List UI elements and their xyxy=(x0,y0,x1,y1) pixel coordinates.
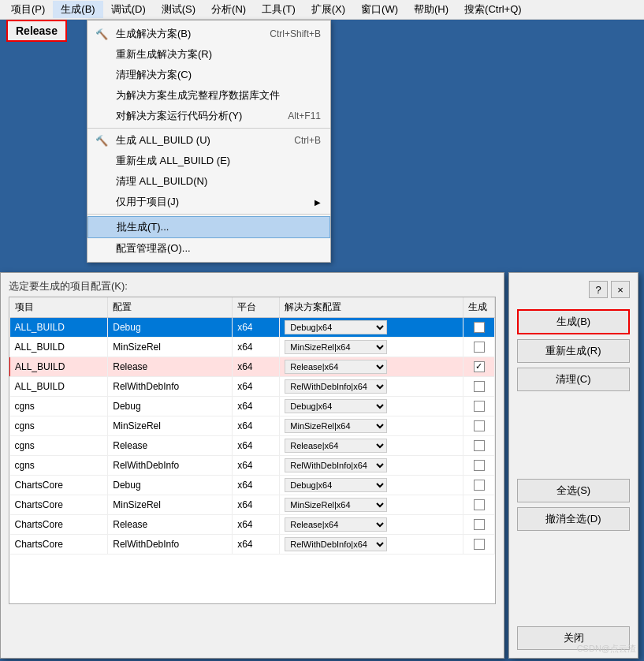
cell-solution-config[interactable]: MinSizeRel|x64 xyxy=(280,338,463,357)
batch-table-container[interactable]: 项目 配置 平台 解决方案配置 生成 ALL_BUILDDebugx64Debu… xyxy=(9,297,496,604)
menu-extensions[interactable]: 扩展(X) xyxy=(303,1,353,18)
cell-solution-config[interactable]: Debug|x64 xyxy=(280,397,463,416)
build-checkbox[interactable] xyxy=(474,519,485,530)
cell-build[interactable] xyxy=(463,357,495,377)
cell-build[interactable] xyxy=(463,495,495,515)
cell-solution-config[interactable]: Debug|x64 xyxy=(280,476,463,495)
cell-solution-config[interactable]: RelWithDebInfo|x64 xyxy=(280,456,463,476)
build-checkbox[interactable] xyxy=(474,322,485,333)
solution-config-select[interactable]: Release|x64 xyxy=(285,517,387,532)
cell-config: Release xyxy=(108,515,233,535)
cell-solution-config[interactable]: Debug|x64 xyxy=(280,318,463,338)
cell-solution-config[interactable]: RelWithDebInfo|x64 xyxy=(280,377,463,397)
solution-config-select[interactable]: MinSizeRel|x64 xyxy=(285,419,387,433)
build-button[interactable]: 生成(B) xyxy=(517,309,630,334)
menu-build-all[interactable]: 🔨 生成 ALL_BUILD (U) Ctrl+B xyxy=(87,130,330,151)
table-row[interactable]: ChartsCoreRelWithDebInfox64RelWithDebInf… xyxy=(10,535,495,555)
table-row[interactable]: cgnsRelWithDebInfox64RelWithDebInfo|x64 xyxy=(10,456,495,476)
close-icon-button[interactable]: × xyxy=(611,281,630,298)
cell-platform: x64 xyxy=(233,515,280,535)
cell-build[interactable] xyxy=(463,535,495,555)
cell-build[interactable] xyxy=(463,377,495,397)
cell-solution-config[interactable]: MinSizeRel|x64 xyxy=(280,416,463,436)
build-checkbox[interactable] xyxy=(474,480,485,491)
cell-solution-config[interactable]: Release|x64 xyxy=(280,515,463,535)
build-checkbox[interactable] xyxy=(474,420,485,431)
deselect-all-button[interactable]: 撤消全选(D) xyxy=(517,507,630,531)
table-row[interactable]: ChartsCoreMinSizeRelx64MinSizeRel|x64 xyxy=(10,495,495,515)
cell-config: Release xyxy=(108,436,233,456)
menu-analyze[interactable]: 分析(N) xyxy=(203,1,254,18)
menu-rebuild-solution[interactable]: 重新生成解决方案(R) xyxy=(87,44,330,65)
menu-code-analysis[interactable]: 对解决方案运行代码分析(Y) Alt+F11 xyxy=(87,106,330,126)
build-checkbox[interactable] xyxy=(474,342,485,353)
build-checkbox[interactable] xyxy=(474,361,485,372)
cell-build[interactable] xyxy=(463,476,495,495)
build-checkbox[interactable] xyxy=(474,440,485,451)
solution-config-select[interactable]: RelWithDebInfo|x64 xyxy=(285,458,387,472)
cell-build[interactable] xyxy=(463,416,495,436)
cell-project: ChartsCore xyxy=(10,495,108,515)
cell-build[interactable] xyxy=(463,456,495,476)
table-row[interactable]: ALL_BUILDMinSizeRelx64MinSizeRel|x64 xyxy=(10,338,495,357)
menu-debug[interactable]: 调试(D) xyxy=(103,1,154,18)
table-row[interactable]: ALL_BUILDReleasex64Release|x64 xyxy=(10,357,495,377)
table-row[interactable]: cgnsReleasex64Release|x64 xyxy=(10,436,495,456)
rebuild-button[interactable]: 重新生成(R) xyxy=(517,339,630,363)
menu-build-solution[interactable]: 🔨 生成解决方案(B) Ctrl+Shift+B xyxy=(87,24,330,44)
cell-config: Debug xyxy=(108,397,233,416)
menu-config-manager[interactable]: 配置管理器(O)... xyxy=(87,238,330,259)
cell-platform: x64 xyxy=(233,436,280,456)
cell-config: MinSizeRel xyxy=(108,495,233,515)
menu-tools[interactable]: 工具(T) xyxy=(254,1,303,18)
build-checkbox[interactable] xyxy=(474,401,485,412)
solution-config-select[interactable]: MinSizeRel|x64 xyxy=(285,498,387,512)
separator-2 xyxy=(87,214,330,215)
table-row[interactable]: cgnsMinSizeRelx64MinSizeRel|x64 xyxy=(10,416,495,436)
table-row[interactable]: ALL_BUILDRelWithDebInfox64RelWithDebInfo… xyxy=(10,377,495,397)
solution-config-select[interactable]: RelWithDebInfo|x64 xyxy=(285,537,387,551)
table-row[interactable]: ChartsCoreReleasex64Release|x64 xyxy=(10,515,495,535)
solution-config-select[interactable]: Debug|x64 xyxy=(285,320,387,334)
solution-config-select[interactable]: Release|x64 xyxy=(285,360,387,374)
menu-project[interactable]: 项目(P) xyxy=(3,1,53,18)
menu-build[interactable]: 生成(B) xyxy=(53,1,102,18)
cell-project: ALL_BUILD xyxy=(10,338,108,357)
select-all-button[interactable]: 全选(S) xyxy=(517,479,630,502)
solution-config-select[interactable]: MinSizeRel|x64 xyxy=(285,340,387,354)
solution-config-select[interactable]: Debug|x64 xyxy=(285,478,387,492)
menu-only-project[interactable]: 仅用于项目(J) ▶ xyxy=(87,192,330,212)
menu-test[interactable]: 测试(S) xyxy=(154,1,203,18)
table-row[interactable]: ChartsCoreDebugx64Debug|x64 xyxy=(10,476,495,495)
menu-window[interactable]: 窗口(W) xyxy=(353,1,406,18)
cell-solution-config[interactable]: Release|x64 xyxy=(280,436,463,456)
menu-clean-all[interactable]: 清理 ALL_BUILD(N) xyxy=(87,171,330,192)
menu-rebuild-all[interactable]: 重新生成 ALL_BUILD (E) xyxy=(87,151,330,171)
build-checkbox[interactable] xyxy=(474,539,485,550)
cell-build[interactable] xyxy=(463,318,495,338)
cell-build[interactable] xyxy=(463,515,495,535)
solution-config-select[interactable]: Debug|x64 xyxy=(285,399,387,413)
menu-search[interactable]: 搜索(Ctrl+Q) xyxy=(456,1,530,18)
cell-solution-config[interactable]: RelWithDebInfo|x64 xyxy=(280,535,463,555)
menu-clean-solution[interactable]: 清理解决方案(C) xyxy=(87,65,330,85)
table-row[interactable]: cgnsDebugx64Debug|x64 xyxy=(10,397,495,416)
cell-build[interactable] xyxy=(463,338,495,357)
menu-batch-build[interactable]: 批生成(T)... xyxy=(87,216,330,238)
menu-generate-db[interactable]: 为解决方案生成完整程序数据库文件 xyxy=(87,85,330,106)
solution-config-select[interactable]: RelWithDebInfo|x64 xyxy=(285,379,387,394)
build-checkbox[interactable] xyxy=(474,499,485,510)
cell-build[interactable] xyxy=(463,436,495,456)
build-checkbox[interactable] xyxy=(474,460,485,471)
table-row[interactable]: ALL_BUILDDebugx64Debug|x64 xyxy=(10,318,495,338)
menu-help[interactable]: 帮助(H) xyxy=(406,1,456,18)
clean-button[interactable]: 清理(C) xyxy=(517,368,630,391)
cell-build[interactable] xyxy=(463,397,495,416)
cell-solution-config[interactable]: Release|x64 xyxy=(280,357,463,377)
solution-config-select[interactable]: Release|x64 xyxy=(285,439,387,453)
cell-project: ALL_BUILD xyxy=(10,377,108,397)
cell-project: cgns xyxy=(10,456,108,476)
cell-solution-config[interactable]: MinSizeRel|x64 xyxy=(280,495,463,515)
build-checkbox[interactable] xyxy=(474,381,485,392)
help-button[interactable]: ? xyxy=(589,281,608,298)
